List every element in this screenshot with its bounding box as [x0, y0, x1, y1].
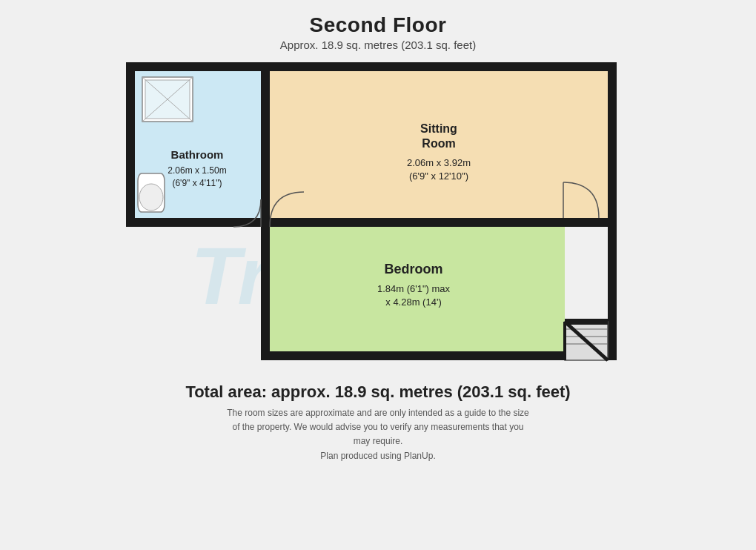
sitting-room-size-metric: 2.06m x 3.92m [407, 157, 471, 168]
wall-bedroom-left [261, 218, 270, 360]
wall-left [126, 62, 135, 227]
disclaimer-line4: Plan produced using PlanUp. [320, 451, 435, 461]
bedroom-size-2: x 4.28m (14') [385, 296, 441, 308]
wall-inner-vert [261, 71, 270, 218]
toilet-bowl [139, 184, 163, 211]
sitting-room-size-imperial: (6'9" x 12'10") [409, 170, 468, 182]
bathroom-size-metric: 2.06m x 1.50m [168, 165, 226, 176]
header: Second Floor Approx. 18.9 sq. metres (20… [280, 13, 476, 51]
wall-right [608, 62, 617, 360]
bathroom-size-imperial: (6'9" x 4'11") [172, 178, 222, 188]
bedroom-label: Bedroom [384, 262, 442, 276]
wall-inner-horiz [261, 218, 617, 227]
sitting-room-label: Sitting [420, 122, 457, 135]
disclaimer-line3: may require. [354, 436, 403, 446]
total-area-text: Total area: approx. 18.9 sq. metres (203… [185, 382, 570, 402]
sitting-room-label2: Room [422, 137, 455, 150]
disclaimer-line1: The room sizes are approximate and are o… [227, 408, 529, 418]
floorplan-svg: Bathroom 2.06m x 1.50m (6'9" x 4'11") Si… [126, 62, 630, 374]
disclaimer: The room sizes are approximate and are o… [185, 406, 570, 463]
disclaimer-line2: of the property. We would advise you to … [232, 422, 523, 432]
footer-area: Total area: approx. 18.9 sq. metres (203… [185, 382, 570, 463]
floorplan-wrapper: Bathroom 2.06m x 1.50m (6'9" x 4'11") Si… [126, 62, 630, 374]
wall-bath-bottom [126, 218, 261, 227]
page-container: Tristram's Second Floor Approx. 18.9 sq.… [0, 0, 756, 550]
floor-title: Second Floor [280, 13, 476, 37]
floor-subtitle: Approx. 18.9 sq. metres (203.1 sq. feet) [280, 39, 476, 51]
wall-top [126, 62, 617, 71]
bedroom-size-1: 1.84m (6'1") max [377, 283, 451, 294]
bathroom-label: Bathroom [171, 148, 224, 161]
